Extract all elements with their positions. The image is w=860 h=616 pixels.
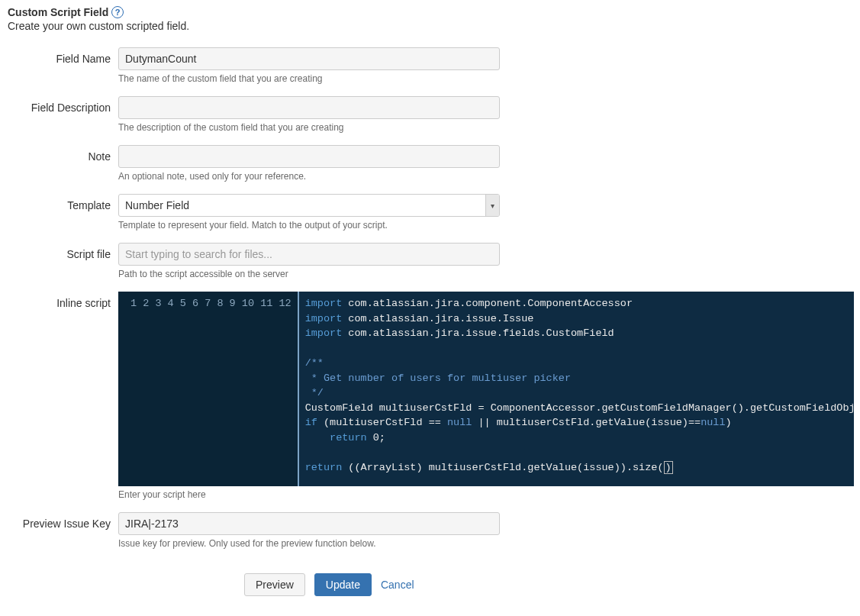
field-name-hint: The name of the custom field that you ar… [118,73,500,84]
preview-button[interactable]: Preview [244,573,305,596]
help-icon[interactable]: ? [111,6,124,18]
field-name-input[interactable] [118,47,500,70]
update-button[interactable]: Update [314,573,372,596]
template-hint: Template to represent your field. Match … [118,220,500,231]
code-editor[interactable]: 1 2 3 4 5 6 7 8 9 10 11 12 import com.at… [118,292,854,486]
preview-issue-key-label: Preview Issue Key [8,512,118,530]
field-name-label: Field Name [8,47,118,65]
cancel-link[interactable]: Cancel [381,579,414,591]
note-label: Note [8,145,118,163]
field-description-label: Field Description [8,96,118,114]
template-label: Template [8,194,118,211]
field-description-input[interactable] [118,96,500,119]
field-description-hint: The description of the custom field that… [118,122,500,133]
note-hint: An optional note, used only for your ref… [118,171,500,182]
inline-script-hint: Enter your script here [118,489,854,500]
preview-issue-key-input[interactable] [118,512,500,535]
page-title: Custom Script Field [8,6,108,18]
code-content[interactable]: import com.atlassian.jira.component.Comp… [299,292,854,486]
script-file-hint: Path to the script accessible on the ser… [118,269,500,279]
preview-issue-key-hint: Issue key for preview. Only used for the… [118,538,500,549]
inline-script-label: Inline script [8,292,118,309]
page-heading: Custom Script Field ? [8,6,854,18]
note-input[interactable] [118,145,500,168]
template-select[interactable]: Number Field [118,194,500,217]
script-file-input[interactable] [118,243,500,266]
code-gutter: 1 2 3 4 5 6 7 8 9 10 11 12 [118,292,299,486]
script-file-label: Script file [8,243,118,260]
page-subtitle: Create your own custom scripted field. [8,20,854,32]
